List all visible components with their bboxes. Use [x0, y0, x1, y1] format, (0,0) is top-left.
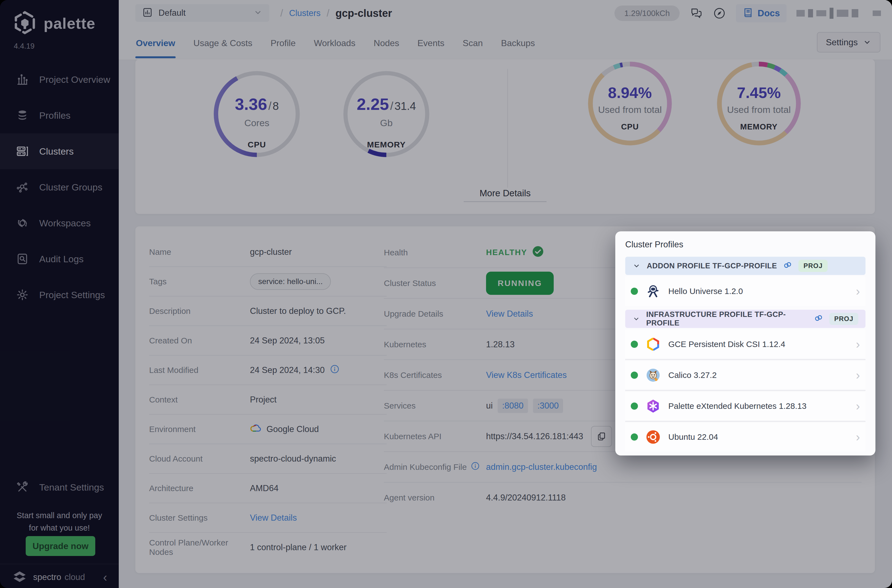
cluster-profiles-popup: Cluster Profiles ADDON PROFILE TF-GCP-PR…: [615, 231, 875, 456]
infrastructure-profile-items: GCE Persistent Disk CSI 1.12.4 › Calico …: [625, 329, 865, 452]
popup-title: Cluster Profiles: [625, 240, 865, 249]
hello-universe-icon: [646, 284, 661, 299]
addon-profile-items: Hello Universe 1.2.0 ›: [625, 276, 865, 306]
ubuntu-icon: [646, 429, 661, 444]
chevron-down-icon: [632, 262, 641, 270]
status-dot-green: [631, 288, 638, 295]
app-window: palette 4.4.19 Project Overview Profiles…: [0, 0, 892, 588]
chevron-right-icon: ›: [856, 431, 860, 443]
status-dot-green: [631, 340, 638, 348]
profile-row-palette-kubernetes[interactable]: Palette eXtended Kubernetes 1.28.13 ›: [625, 390, 865, 421]
status-dot-green: [631, 372, 638, 379]
link-chain-icon[interactable]: [814, 314, 823, 325]
calico-icon: [646, 368, 661, 382]
proj-badge: PROJ: [798, 260, 827, 272]
chevron-right-icon: ›: [856, 338, 860, 350]
chevron-right-icon: ›: [856, 285, 860, 297]
proj-badge: PROJ: [829, 313, 858, 325]
status-dot-green: [631, 402, 638, 410]
gce-disk-icon: [646, 337, 661, 352]
chevron-right-icon: ›: [856, 400, 860, 412]
link-chain-icon[interactable]: [783, 260, 792, 272]
infrastructure-profile-section-header[interactable]: INFRASTRUCTURE PROFILE TF-GCP-PROFILE PR…: [625, 310, 865, 328]
profile-row-ubuntu[interactable]: Ubuntu 22.04 ›: [625, 421, 865, 452]
chevron-down-icon: [632, 315, 640, 323]
status-dot-green: [631, 434, 638, 441]
palette-kubernetes-icon: [646, 399, 661, 414]
addon-profile-section-header[interactable]: ADDON PROFILE TF-GCP-PROFILE PROJ: [625, 257, 865, 275]
profile-row-gce-csi[interactable]: GCE Persistent Disk CSI 1.12.4 ›: [625, 329, 865, 359]
profile-row-hello-universe[interactable]: Hello Universe 1.2.0 ›: [625, 276, 865, 306]
profile-row-calico[interactable]: Calico 3.27.2 ›: [625, 359, 865, 390]
chevron-right-icon: ›: [856, 369, 860, 381]
